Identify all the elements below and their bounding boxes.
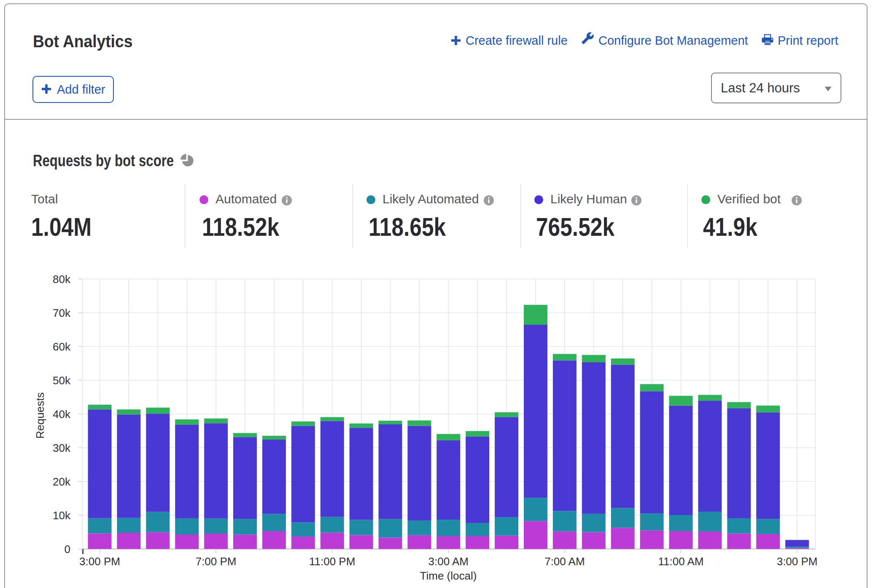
svg-text:7:00 AM: 7:00 AM: [544, 555, 585, 568]
svg-text:11:00 PM: 11:00 PM: [309, 555, 355, 568]
svg-text:11:00 AM: 11:00 AM: [658, 555, 704, 568]
svg-text:30k: 30k: [53, 442, 71, 454]
svg-text:60k: 60k: [53, 340, 71, 353]
svg-text:50k: 50k: [53, 374, 71, 387]
svg-text:Requests: Requests: [34, 392, 46, 439]
svg-text:7:00 PM: 7:00 PM: [196, 555, 237, 568]
svg-text:3:00 AM: 3:00 AM: [428, 555, 469, 568]
svg-text:3:00 PM: 3:00 PM: [79, 555, 120, 568]
svg-text:0: 0: [65, 543, 70, 556]
svg-text:10k: 10k: [53, 509, 71, 522]
svg-text:40k: 40k: [53, 408, 71, 421]
svg-text:Time (local): Time (local): [420, 569, 477, 582]
svg-text:3:00 PM: 3:00 PM: [777, 555, 818, 568]
svg-text:80k: 80k: [53, 273, 71, 286]
svg-text:20k: 20k: [53, 475, 71, 488]
svg-text:70k: 70k: [53, 307, 71, 319]
